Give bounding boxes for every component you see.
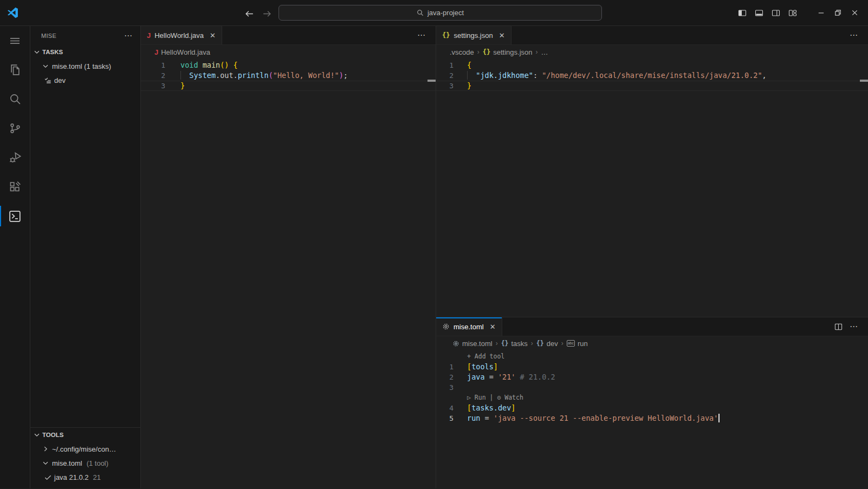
chevron-down-icon: [41, 62, 50, 70]
code-line: 5run = 'java --source 21 --enable-previe…: [436, 413, 868, 423]
editor-more-actions-icon[interactable]: ⋯: [417, 30, 426, 40]
tree-item-java-tool[interactable]: java 21.0.2 21: [30, 470, 140, 484]
gear-file-icon: [442, 323, 450, 330]
code-token: println: [238, 71, 269, 80]
code-editor-java[interactable]: 1void main() {2 System.out.println("Hell…: [141, 59, 436, 488]
code-token: run: [467, 414, 480, 422]
toggle-panel-icon[interactable]: [755, 9, 763, 17]
tree-item-mise-toml-tools[interactable]: mise.toml (1 tool): [30, 456, 140, 470]
window-restore-button[interactable]: [833, 9, 842, 17]
source-control-icon[interactable]: [0, 114, 30, 143]
code-token: [489, 414, 494, 422]
breadcrumb-java[interactable]: HelloWorld.java: [141, 45, 436, 59]
code-line: 3}: [141, 81, 436, 91]
code-line: 3}: [436, 81, 868, 91]
code-token: System: [189, 71, 216, 80]
codelens-link[interactable]: + Add tool: [467, 353, 504, 360]
code-token: [485, 373, 489, 381]
breadcrumb-separator: ›: [496, 340, 498, 347]
window-close-button[interactable]: [850, 9, 859, 17]
overview-ruler-cursor-mark: [427, 80, 436, 82]
nav-back-button[interactable]: [244, 9, 255, 19]
run-and-debug-icon[interactable]: [0, 143, 30, 172]
codelens-link[interactable]: |: [486, 394, 497, 401]
tools-section-header[interactable]: TOOLS: [30, 428, 140, 442]
close-icon[interactable]: ✕: [210, 31, 216, 40]
menu-icon[interactable]: [0, 26, 30, 55]
breadcrumb-mise-toml[interactable]: mise.toml › tasks › dev › run: [436, 336, 868, 350]
sidebar-more-actions-icon[interactable]: ⋯: [124, 31, 133, 41]
toggle-secondary-sidebar-icon[interactable]: [772, 9, 780, 17]
command-center-search[interactable]: java-project: [278, 5, 602, 21]
close-icon[interactable]: ✕: [499, 31, 505, 40]
tasks-section: TASKS mise.toml (1 tasks) dev: [30, 45, 140, 427]
code-token: '21': [498, 373, 516, 381]
code-token: [515, 373, 520, 381]
code-token: tasks.dev: [471, 403, 511, 412]
code-token: :: [533, 71, 537, 80]
tool-version-description: 21: [93, 473, 101, 481]
search-view-icon[interactable]: [0, 84, 30, 114]
code-token: {: [234, 61, 238, 69]
tree-item-mise-toml-tasks[interactable]: mise.toml (1 tasks): [30, 59, 140, 73]
tab-settings-json[interactable]: settings.json ✕: [436, 26, 511, 44]
line-number: 3: [141, 81, 165, 91]
code-token: "jdk.jdkhome": [476, 71, 533, 80]
close-icon[interactable]: ✕: [490, 323, 496, 331]
checklist-icon: [43, 76, 52, 84]
tools-section: TOOLS ~/.config/mise/con… mise.toml (1 t…: [30, 427, 140, 488]
chevron-down-icon: [33, 431, 41, 439]
toggle-primary-sidebar-icon[interactable]: [738, 9, 747, 17]
json-file-icon: [483, 48, 490, 56]
code-token: ;: [344, 71, 348, 80]
tabbar-java: HelloWorld.java ✕ ⋯: [141, 26, 436, 45]
tabbar-settings: settings.json ✕ ⋯: [436, 26, 868, 45]
explorer-icon[interactable]: [0, 55, 30, 84]
activity-bar: [0, 26, 30, 488]
line-number: 2: [436, 372, 454, 382]
code-token: (: [269, 71, 273, 80]
tab-helloworld-java[interactable]: HelloWorld.java ✕: [141, 26, 222, 44]
tab-mise-toml[interactable]: mise.toml ✕: [436, 317, 502, 336]
code-token: java: [467, 373, 485, 381]
split-editor-icon[interactable]: [834, 323, 843, 331]
symbol-object-icon: [501, 340, 509, 347]
code-editor-settings[interactable]: 1{2 "jdk.jdkhome": "/home/dev/.local/sha…: [436, 59, 868, 317]
code-token: [229, 61, 233, 69]
code-editor-mise-toml[interactable]: + Add tool1[tools]2java = '21' # 21.0.23…: [436, 350, 868, 488]
tree-item-task-dev[interactable]: dev: [30, 73, 140, 87]
tree-item-config-mise[interactable]: ~/.config/mise/con…: [30, 442, 140, 456]
code-line: 4[tasks.dev]: [436, 403, 868, 413]
code-token: ,: [762, 71, 767, 80]
code-token: =: [485, 414, 489, 422]
editor-more-actions-icon[interactable]: ⋯: [850, 30, 858, 40]
codelens-row: ▷ Run | ⊙ Watch: [436, 393, 868, 403]
breadcrumb-settings[interactable]: .vscode › settings.json › …: [436, 45, 868, 59]
gear-file-icon: [452, 340, 459, 347]
code-token: .: [234, 71, 238, 80]
line-number: 3: [436, 382, 454, 393]
nav-forward-button[interactable]: [261, 9, 272, 19]
codelens-link[interactable]: ▷ Run: [467, 394, 486, 401]
editor-more-actions-icon[interactable]: ⋯: [850, 322, 858, 331]
code-line: 2 System.out.println("Hello, World!");: [141, 70, 436, 81]
symbol-object-icon: [536, 340, 544, 347]
code-token: {: [467, 61, 471, 69]
codelens-link[interactable]: ⊙ Watch: [497, 394, 523, 401]
tasks-section-header[interactable]: TASKS: [30, 45, 140, 59]
code-token: .: [216, 71, 220, 80]
code-token: "/home/dev/.local/share/mise/installs/ja…: [542, 71, 762, 80]
mise-view-icon[interactable]: [0, 201, 30, 231]
code-token: [: [467, 362, 471, 371]
line-number: 4: [436, 403, 454, 413]
customize-layout-icon[interactable]: [788, 9, 797, 17]
code-line: 1{: [436, 60, 868, 70]
editor-group-java: HelloWorld.java ✕ ⋯ HelloWorld.java 1voi…: [141, 26, 436, 488]
code-line: 2java = '21' # 21.0.2: [436, 372, 868, 382]
line-number: 2: [141, 70, 165, 81]
tool-count-description: (1 tool): [87, 459, 108, 467]
extensions-icon[interactable]: [0, 172, 30, 201]
window-minimize-button[interactable]: [817, 9, 825, 17]
code-token: }: [180, 81, 185, 90]
tabbar-mise-toml: mise.toml ✕ ⋯: [436, 317, 868, 336]
